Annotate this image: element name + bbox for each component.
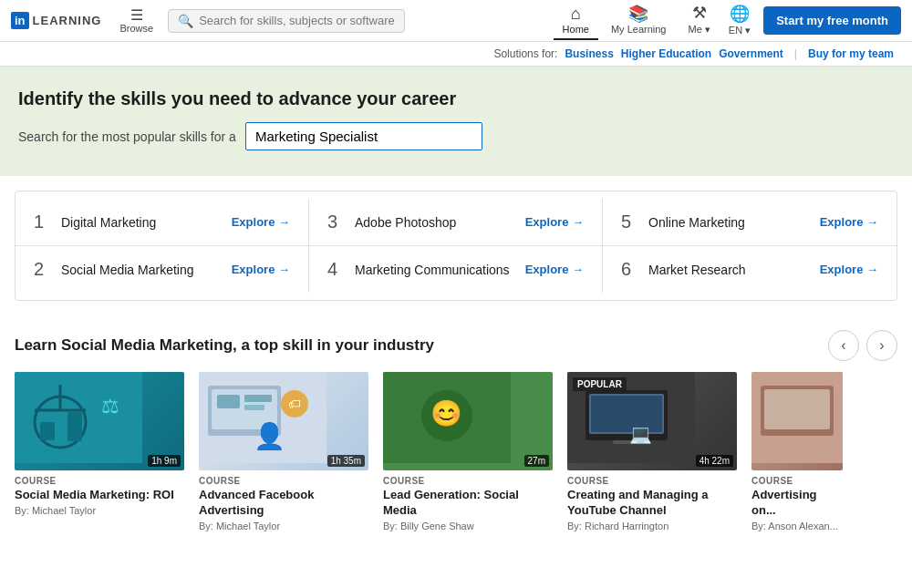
popular-badge: POPULAR (573, 377, 627, 391)
hero-job-input[interactable] (245, 122, 482, 150)
me-label: Me ▾ (689, 24, 710, 36)
browse-icon: ☰ (130, 8, 143, 23)
my-learning-label: My Learning (611, 24, 667, 35)
course-card[interactable]: 😊 27m COURSE Lead Generation: Social Med… (383, 372, 553, 531)
solutions-higher-education[interactable]: Higher Education (621, 47, 711, 60)
home-icon: ⌂ (571, 5, 581, 25)
courses-nav-buttons: ‹ › (828, 330, 897, 361)
svg-rect-11 (244, 395, 272, 402)
skill-explore-link[interactable]: Explore → (820, 263, 878, 276)
lang-label: EN ▾ (729, 25, 751, 36)
skills-section: 1 Digital Marketing Explore → 3 Adobe Ph… (15, 191, 897, 301)
svg-rect-4 (40, 422, 55, 440)
linkedin-in-logo: in (11, 12, 29, 29)
search-input[interactable] (199, 14, 395, 27)
skill-name: Marketing Communications (355, 263, 510, 277)
course-card[interactable]: 🏷 👤 1h 35m COURSE Advanced Facebook Adve… (199, 372, 368, 531)
course-title: Advanced Facebook Advertising (199, 488, 368, 519)
course-type-label: COURSE (15, 476, 184, 486)
globe-icon: 🌐 (730, 5, 750, 25)
course-type-label: COURSE (383, 476, 553, 486)
skill-explore-link[interactable]: Explore → (232, 263, 290, 276)
skills-grid: 1 Digital Marketing Explore → 3 Adobe Ph… (16, 199, 896, 293)
skill-left: 6 Market Research (621, 259, 746, 280)
course-author: By: Richard Harrington (567, 521, 737, 531)
course-author: By: Anson Alexan... (751, 521, 843, 531)
search-bar[interactable]: 🔍 (168, 9, 405, 33)
search-icon: 🔍 (178, 14, 193, 28)
start-free-month-button[interactable]: Start my free month (763, 6, 901, 35)
course-thumbnail (751, 372, 843, 470)
course-card[interactable]: 💻 POPULAR 4h 22m COURSE Creating and Man… (567, 372, 737, 531)
prev-button[interactable]: ‹ (828, 330, 859, 361)
nav-my-learning[interactable]: 📚 My Learning (602, 1, 676, 41)
course-duration: 1h 35m (327, 455, 365, 467)
courses-row: ⚖ 1h 9m COURSE Social Media Marketing: R… (0, 372, 912, 531)
skill-item: 2 Social Media Marketing Explore → (16, 246, 309, 293)
skill-number: 3 (327, 211, 346, 232)
course-thumbnail: 🏷 👤 1h 35m (199, 372, 368, 470)
course-card[interactable]: COURSE Advertising on... By: Anson Alexa… (751, 372, 843, 531)
skill-name: Market Research (648, 263, 746, 277)
skill-number: 4 (327, 259, 346, 280)
course-title: Advertising on... (751, 488, 843, 519)
browse-button[interactable]: ☰ Browse (112, 8, 161, 34)
solutions-bar: Solutions for: Business Higher Education… (0, 42, 912, 67)
skill-explore-link[interactable]: Explore → (232, 215, 290, 229)
skill-explore-link[interactable]: Explore → (525, 215, 584, 229)
course-duration: 27m (524, 455, 549, 467)
buy-for-my-team[interactable]: Buy for my team (808, 47, 894, 60)
course-type-label: COURSE (199, 476, 368, 486)
linkedin-learning-logo-text: LEARNING (33, 14, 102, 27)
logo[interactable]: in LEARNING (11, 12, 101, 29)
skill-item: 4 Marketing Communications Explore → (309, 246, 603, 293)
browse-label: Browse (119, 23, 153, 34)
skill-left: 3 Adobe Photoshop (327, 211, 456, 232)
skill-explore-link[interactable]: Explore → (820, 215, 878, 229)
next-button[interactable]: › (866, 330, 897, 361)
skill-item: 6 Market Research Explore → (603, 246, 896, 293)
solutions-business[interactable]: Business (565, 47, 613, 60)
course-type-label: COURSE (751, 476, 843, 486)
hero-section: Identify the skills you need to advance … (0, 67, 912, 176)
svg-text:😊: 😊 (430, 398, 462, 428)
courses-section-header: Learn Social Media Marketing, a top skil… (0, 315, 912, 372)
svg-text:👤: 👤 (254, 421, 285, 451)
course-author: By: Michael Taylor (15, 505, 184, 516)
svg-text:🏷: 🏷 (288, 397, 301, 411)
nav-language[interactable]: 🌐 EN ▾ (723, 1, 756, 40)
hero-search-row: Search for the most popular skills for a (18, 122, 894, 150)
skill-explore-link[interactable]: Explore → (525, 263, 584, 276)
svg-rect-27 (764, 389, 830, 429)
solutions-separator: | (794, 47, 797, 60)
solutions-government[interactable]: Government (719, 47, 783, 60)
course-title: Creating and Managing a YouTube Channel (567, 488, 737, 519)
nav-me[interactable]: ⚒ Me ▾ (679, 0, 720, 41)
course-title: Social Media Marketing: ROI (15, 488, 184, 503)
hero-title: Identify the skills you need to advance … (18, 88, 894, 109)
course-author: By: Michael Taylor (199, 521, 368, 531)
skill-left: 4 Marketing Communications (327, 259, 510, 280)
skill-number: 5 (621, 211, 639, 232)
course-duration: 4h 22m (696, 455, 733, 467)
course-thumbnail: 💻 POPULAR 4h 22m (567, 372, 737, 470)
nav-home[interactable]: ⌂ Home (554, 1, 598, 41)
skill-name: Digital Marketing (61, 215, 156, 230)
skill-item: 3 Adobe Photoshop Explore → (309, 199, 603, 246)
profile-icon: ⚒ (692, 4, 707, 24)
course-card[interactable]: ⚖ 1h 9m COURSE Social Media Marketing: R… (15, 372, 184, 531)
skill-left: 2 Social Media Marketing (34, 259, 194, 280)
solutions-label: Solutions for: (493, 47, 557, 60)
svg-rect-12 (244, 405, 264, 410)
skill-number: 6 (621, 259, 639, 280)
book-icon: 📚 (628, 5, 648, 25)
skill-name: Online Marketing (648, 215, 745, 230)
course-thumbnail: 😊 27m (383, 372, 553, 470)
skill-left: 5 Online Marketing (621, 211, 745, 232)
svg-rect-5 (67, 412, 82, 441)
nav-items: ⌂ Home 📚 My Learning ⚒ Me ▾ 🌐 EN ▾ (554, 0, 757, 41)
course-thumbnail: ⚖ 1h 9m (15, 372, 184, 470)
hero-search-prefix: Search for the most popular skills for a (18, 129, 236, 144)
svg-text:💻: 💻 (629, 423, 652, 445)
skill-name: Social Media Marketing (61, 263, 194, 277)
